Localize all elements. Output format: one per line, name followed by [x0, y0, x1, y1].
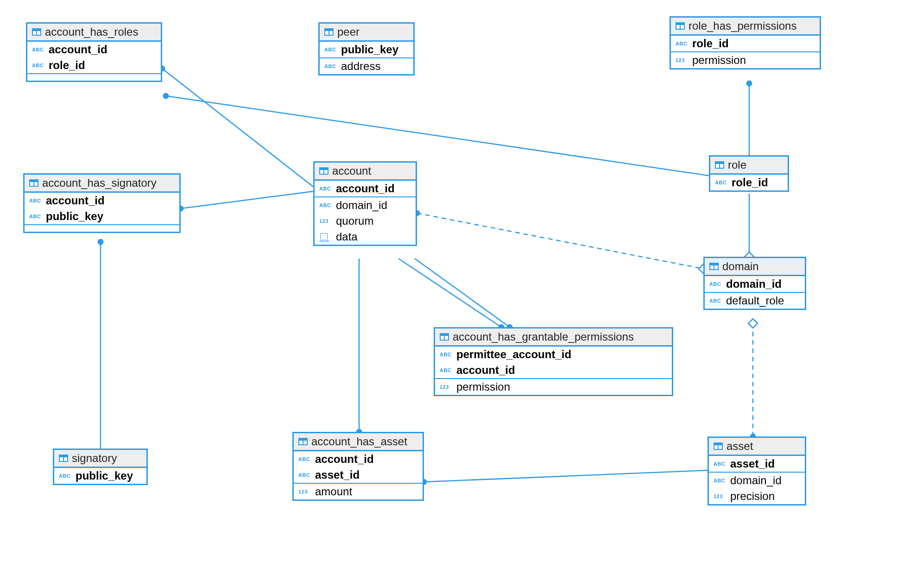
abc-type-icon [709, 298, 723, 303]
column-row: permission [435, 378, 672, 395]
column-row: data [315, 229, 416, 245]
connector-line [181, 191, 313, 209]
entity-title-label: role [728, 158, 746, 171]
num-type-icon [319, 218, 333, 224]
column-name: quorum [336, 215, 373, 228]
entity-title-label: peer [337, 25, 360, 38]
abc-type-icon [319, 186, 333, 191]
entity-account_has_roles[interactable]: account_has_rolesaccount_idrole_id [26, 22, 162, 82]
column-name: address [341, 60, 380, 73]
abc-type-icon [298, 472, 312, 478]
entity-signatory[interactable]: signatorypublic_key [53, 449, 148, 485]
entity-title: account_has_roles [27, 24, 161, 42]
column-name: public_key [46, 210, 103, 223]
entity-title-label: role_has_permissions [689, 19, 796, 32]
column-row: precision [709, 488, 805, 504]
entity-account_has_signatory[interactable]: account_has_signatoryaccount_idpublic_ke… [23, 173, 181, 233]
connector-line [424, 470, 708, 482]
table-icon [709, 263, 719, 270]
abc-type-icon [709, 281, 723, 287]
column-row: account_id [435, 362, 672, 378]
column-row: permission [671, 51, 820, 68]
endpoint-dot-icon [163, 93, 169, 99]
entity-title-label: signatory [72, 452, 117, 465]
column-name: role_id [49, 59, 85, 72]
abc-type-icon [714, 478, 727, 483]
abc-type-icon [715, 180, 729, 185]
section-separator [27, 73, 161, 81]
endpoint-dot-icon [98, 239, 104, 245]
column-row: asset_id [709, 456, 805, 472]
num-type-icon [298, 489, 312, 494]
entity-asset[interactable]: assetasset_iddomain_idprecision [708, 436, 806, 506]
connector-line [417, 213, 703, 269]
entity-account_has_asset[interactable]: account_has_assetaccount_idasset_idamoun… [292, 432, 424, 501]
table-icon [59, 455, 68, 462]
column-name: amount [315, 485, 352, 498]
column-row: amount [294, 483, 423, 499]
entity-title-label: account_has_signatory [42, 177, 157, 190]
column-row: public_key [25, 209, 179, 224]
column-row: public_key [320, 42, 413, 57]
entity-title-label: account_has_asset [311, 435, 407, 448]
endpoint-diamond-icon [748, 319, 758, 328]
table-icon [440, 333, 449, 341]
abc-type-icon [29, 198, 43, 203]
column-name: account_id [336, 182, 395, 195]
column-name: asset_id [730, 457, 775, 470]
entity-role_has_permissions[interactable]: role_has_permissionsrole_idpermission [670, 16, 821, 70]
entity-title: account_has_asset [294, 433, 423, 451]
column-name: default_role [726, 294, 784, 307]
column-name: permission [456, 380, 510, 393]
entity-peer[interactable]: peerpublic_keyaddress [318, 22, 415, 76]
column-name: asset_id [315, 468, 360, 481]
column-row: default_role [705, 292, 805, 309]
abc-type-icon [324, 63, 338, 69]
column-row: public_key [54, 468, 146, 484]
table-icon [324, 28, 334, 36]
column-name: permission [692, 54, 746, 67]
entity-title-label: account [332, 164, 371, 177]
entity-title: domain [705, 258, 805, 276]
entity-title-label: asset [726, 440, 753, 453]
connector-line [415, 259, 510, 327]
entity-account_has_grantable_permissions[interactable]: account_has_grantable_permissionspermitt… [434, 327, 673, 396]
er-diagram: account_has_rolesaccount_idrole_idpeerpu… [0, 0, 916, 588]
entity-account[interactable]: accountaccount_iddomain_idquorumdata [313, 161, 417, 246]
table-icon [298, 438, 308, 445]
entity-title: role [710, 157, 788, 175]
column-row: domain_id [315, 196, 416, 213]
column-row: role_id [27, 57, 161, 73]
entity-title-label: account_has_roles [45, 25, 138, 38]
column-row: quorum [315, 213, 416, 229]
abc-type-icon [714, 461, 727, 467]
endpoint-dot-icon [746, 81, 752, 87]
abc-type-icon [324, 47, 338, 52]
entity-title: peer [320, 24, 413, 42]
entity-title: account [315, 163, 416, 181]
entity-title: asset [709, 438, 805, 456]
abc-type-icon [319, 202, 333, 208]
entity-title: signatory [54, 450, 146, 468]
num-type-icon [440, 384, 454, 390]
column-name: permittee_account_id [456, 348, 571, 361]
entity-role[interactable]: rolerole_id [709, 155, 789, 192]
column-name: role_id [732, 176, 768, 189]
abc-type-icon [32, 47, 46, 52]
column-row: account_id [25, 193, 179, 209]
column-name: data [336, 230, 358, 243]
table-icon [32, 28, 41, 36]
entity-domain[interactable]: domaindomain_iddefault_role [703, 257, 806, 310]
abc-type-icon [59, 473, 73, 479]
table-icon [29, 179, 38, 187]
column-name: domain_id [730, 474, 782, 487]
column-row: role_id [710, 175, 788, 190]
entity-title: account_has_grantable_permissions [435, 329, 672, 347]
column-name: account_id [315, 453, 374, 466]
connector-line [166, 96, 709, 176]
column-row: account_id [27, 42, 161, 57]
num-type-icon [676, 57, 689, 63]
column-name: role_id [692, 37, 729, 50]
column-row: domain_id [709, 472, 805, 488]
entity-title-label: domain [722, 260, 759, 273]
